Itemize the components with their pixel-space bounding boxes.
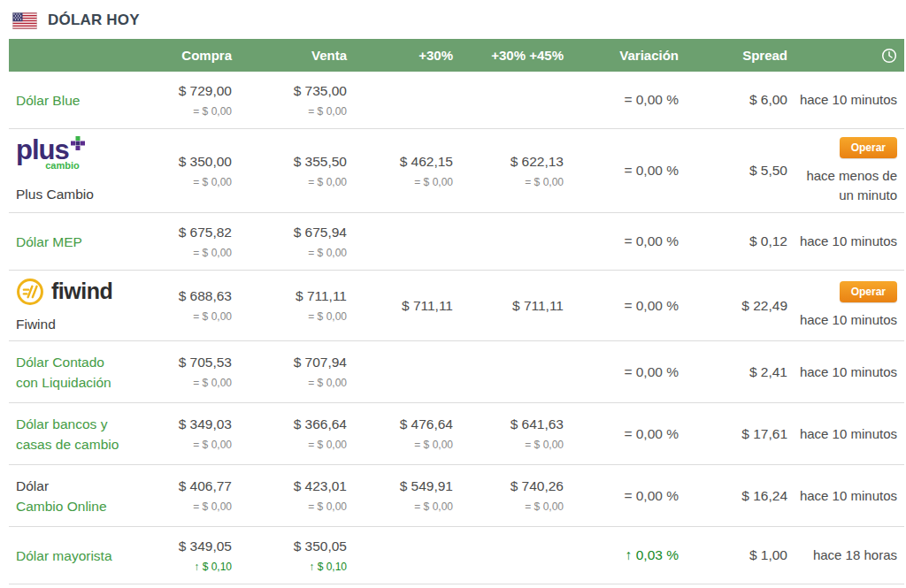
fiwind-logo[interactable]: fiwind	[16, 278, 112, 306]
variacion-cell: = 0,00 %	[571, 488, 686, 504]
compra-value: $ 349,05	[179, 538, 232, 554]
plus30-45-value: $ 740,26	[511, 478, 564, 494]
variacion-value: = 0,00 %	[624, 298, 679, 314]
operar-button[interactable]: Operar	[840, 281, 897, 302]
compra-value: $ 729,00	[179, 83, 232, 99]
spread-cell: $ 22,49	[686, 298, 795, 314]
venta-value: $ 350,05	[294, 538, 347, 554]
time-cell: hace 10 minutos	[795, 232, 904, 251]
venta-value: $ 675,94	[294, 225, 347, 241]
time-value: hace 10 minutos	[800, 90, 897, 110]
compra-cell: $ 729,00= $ 0,00	[155, 83, 239, 118]
row-link-line2: casas de cambio	[16, 437, 119, 452]
venta-change: = $ 0,00	[308, 105, 347, 118]
spread-cell: $ 6,00	[686, 92, 795, 108]
spread-value: $ 16,24	[741, 488, 787, 504]
fiwind-logo-icon	[16, 278, 44, 306]
plus-cambio-logo[interactable]: plus cambio	[16, 138, 85, 176]
venta-value: $ 355,50	[294, 154, 347, 170]
plus30-45-value: $ 641,63	[511, 416, 564, 432]
spread-cell: $ 0,12	[686, 233, 795, 249]
plus30-value: $ 549,91	[400, 478, 453, 494]
column-header-compra: Compra	[155, 48, 239, 63]
plus30-45-change: = $ 0,00	[525, 439, 564, 451]
spread-cell: $ 16,24	[686, 488, 795, 504]
us-flag-icon	[12, 12, 37, 29]
spread-value: $ 0,12	[749, 233, 787, 249]
venta-cell: $ 350,05↑ $ 0,10	[239, 538, 354, 573]
plus30-45-cell: $ 641,63= $ 0,00	[460, 416, 571, 451]
row-link-line1: Dólar bancos y	[16, 416, 107, 431]
spread-value: $ 22,49	[741, 298, 787, 314]
column-header-plus30: +30%	[354, 48, 460, 63]
time-value: hace 10 minutos	[800, 486, 897, 506]
row-label-dolar: Dólar	[16, 476, 49, 496]
column-header-variacion: Variación	[571, 48, 686, 63]
variacion-cell: = 0,00 %	[571, 92, 686, 108]
venta-change-up: ↑ $ 0,10	[309, 561, 347, 573]
operar-button[interactable]: Operar	[840, 137, 897, 158]
fiwind-logo-text: fiwind	[51, 281, 112, 302]
plus30-45-cell: $ 711,11	[460, 298, 571, 314]
plus30-change: = $ 0,00	[414, 176, 453, 188]
spread-value: $ 2,41	[749, 364, 787, 380]
variacion-value: = 0,00 %	[624, 364, 679, 380]
venta-value: $ 735,00	[294, 83, 347, 99]
compra-value: $ 350,00	[179, 154, 232, 170]
venta-cell: $ 711,11= $ 0,00	[239, 288, 354, 323]
venta-value: $ 707,94	[294, 355, 347, 370]
plus30-value: $ 711,11	[402, 298, 453, 314]
venta-change: = $ 0,00	[308, 439, 347, 451]
plus30-change: = $ 0,00	[414, 439, 453, 451]
compra-cell: $ 688,63= $ 0,00	[155, 288, 239, 323]
row-link-dolar-blue[interactable]: Dólar Blue	[16, 90, 80, 111]
compra-cell: $ 705,53= $ 0,00	[155, 355, 239, 389]
plus-logo-subtext: cambio	[45, 156, 80, 176]
variacion-cell: = 0,00 %	[571, 426, 686, 442]
venta-cell: $ 355,50= $ 0,00	[239, 154, 354, 188]
venta-change: = $ 0,00	[308, 500, 347, 513]
time-value: hace 10 minutos	[800, 232, 897, 251]
time-cell: hace 10 minutos	[795, 90, 904, 110]
spread-value: $ 17,61	[741, 426, 787, 442]
variacion-value: = 0,00 %	[624, 233, 679, 249]
compra-change: = $ 0,00	[193, 439, 232, 451]
plus30-45-change: = $ 0,00	[525, 176, 564, 188]
compra-cell: $ 675,82= $ 0,00	[155, 225, 239, 259]
spread-value: $ 1,00	[749, 547, 787, 563]
venta-cell: $ 675,94= $ 0,00	[239, 225, 354, 259]
compra-change-up: ↑ $ 0,10	[194, 561, 232, 573]
row-link-cambio-online[interactable]: Cambio Online	[16, 496, 107, 516]
row-link-dolar-ccl[interactable]: Dólar Contadocon Liquidación	[16, 352, 111, 393]
plus30-45-cell: $ 740,26= $ 0,00	[460, 478, 571, 513]
row-link-dolar-mayorista[interactable]: Dólar mayorista	[16, 546, 112, 566]
table-row: Dólar MEP $ 675,82= $ 0,00 $ 675,94= $ 0…	[9, 213, 904, 271]
variacion-cell: ↑ 0,03 %	[571, 547, 686, 563]
row-link-dolar-bancos[interactable]: Dólar bancos ycasas de cambio	[16, 414, 119, 454]
variacion-value: = 0,00 %	[624, 488, 679, 504]
table-row: Dólar mayorista $ 349,05↑ $ 0,10 $ 350,0…	[9, 527, 904, 584]
compra-value: $ 675,82	[179, 225, 232, 241]
row-label-plus-cambio: Plus Cambio	[16, 184, 94, 204]
plus30-value: $ 476,64	[400, 416, 453, 432]
spread-value: $ 6,00	[749, 92, 787, 108]
row-link-line1: Dólar Contado	[16, 355, 104, 370]
table-row: plus cambio Plus Cambio $ 350,00= $ 0,00…	[9, 129, 904, 213]
row-label-fiwind: Fiwind	[16, 314, 56, 334]
compra-change: = $ 0,00	[193, 500, 232, 513]
venta-change: = $ 0,00	[308, 377, 347, 389]
venta-value: $ 366,64	[294, 416, 347, 432]
compra-cell: $ 349,05↑ $ 0,10	[155, 538, 239, 573]
plus30-45-change: = $ 0,00	[525, 500, 564, 513]
table-row: DólarCambio Online $ 406,77= $ 0,00 $ 42…	[9, 465, 904, 527]
time-cell: hace 10 minutos	[795, 363, 904, 382]
table-row: fiwind Fiwind $ 688,63= $ 0,00 $ 711,11=…	[9, 271, 904, 341]
table-row: Dólar bancos ycasas de cambio $ 349,03= …	[9, 403, 904, 465]
time-cell: hace 18 horas	[795, 546, 904, 565]
compra-value: $ 688,63	[179, 288, 232, 304]
venta-value: $ 423,01	[294, 478, 347, 494]
time-value: hace 10 minutos	[800, 424, 897, 444]
variacion-value-up: ↑ 0,03 %	[626, 547, 679, 563]
row-link-dolar-mep[interactable]: Dólar MEP	[16, 232, 82, 252]
spread-cell: $ 17,61	[686, 426, 795, 442]
